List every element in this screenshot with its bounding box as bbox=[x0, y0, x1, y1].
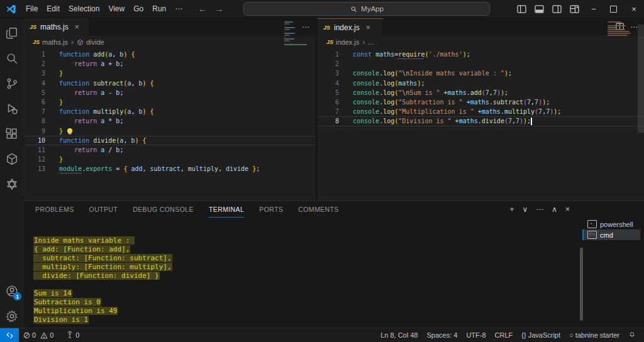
tab-index-js[interactable]: JS index.js × bbox=[318, 18, 384, 36]
toggle-panel-icon[interactable] bbox=[531, 0, 548, 18]
vscode-window: FileEditSelectionViewGoRun ⋯ ← → MyApp bbox=[0, 0, 644, 342]
restore-button[interactable] bbox=[604, 0, 624, 18]
command-center-search[interactable]: MyApp bbox=[243, 2, 490, 16]
editor-area: JS maths.js × ⋯ JSmaths.js›divide 1funct… bbox=[24, 18, 644, 201]
customize-layout-icon[interactable] bbox=[566, 0, 584, 18]
activity-package-icon[interactable] bbox=[0, 148, 24, 170]
menu-overflow-button[interactable]: ⋯ bbox=[170, 4, 187, 13]
minimap[interactable] bbox=[608, 21, 635, 36]
maximize-panel-icon[interactable]: ∧ bbox=[552, 205, 557, 214]
menu-selection[interactable]: Selection bbox=[64, 4, 104, 13]
close-panel-icon[interactable]: × bbox=[565, 205, 570, 214]
vscode-logo-icon bbox=[0, 4, 21, 14]
warnings-icon bbox=[40, 332, 48, 339]
history-forward-icon[interactable]: → bbox=[214, 4, 223, 14]
code-line-7: 7console.log("Multiplication is " +maths… bbox=[318, 107, 644, 116]
close-tab-icon[interactable]: × bbox=[75, 23, 79, 31]
minimize-button[interactable]: − bbox=[584, 0, 604, 18]
error-count: 0 bbox=[32, 331, 36, 339]
notifications-bell-icon[interactable] bbox=[624, 331, 640, 339]
status-right: Ln 8, Col 48Spaces: 4UTF-8CRLF{}JavaScri… bbox=[376, 331, 644, 339]
activity-run-debug-icon[interactable] bbox=[0, 97, 24, 120]
history-back-icon[interactable]: ← bbox=[198, 4, 207, 14]
remote-indicator[interactable] bbox=[0, 328, 19, 342]
menu-go[interactable]: Go bbox=[129, 4, 148, 13]
terminal-session-list: >_powershellC:\cmd bbox=[582, 219, 640, 240]
minimap[interactable] bbox=[284, 21, 312, 45]
terminal-session-cmd[interactable]: C:\cmd bbox=[582, 229, 640, 240]
status-bar: 0 0 0 Ln 8, Col 48Spaces: 4UTF-8CRLF{}Ja… bbox=[0, 328, 644, 342]
line-number: 1 bbox=[24, 50, 45, 59]
breadcrumb-item[interactable]: index.js bbox=[336, 38, 359, 46]
tab-label: index.js bbox=[334, 23, 360, 32]
line-number: 1 bbox=[318, 50, 339, 59]
breadcrumb-item[interactable]: ... bbox=[368, 38, 374, 46]
line-number: 8 bbox=[318, 116, 339, 126]
editor-group-maths: JS maths.js × ⋯ JSmaths.js›divide 1funct… bbox=[24, 18, 316, 201]
activity-account-icon[interactable]: 1 bbox=[0, 280, 24, 302]
problems-status[interactable]: 0 0 bbox=[19, 328, 58, 342]
status-javascript[interactable]: {}JavaScript bbox=[517, 331, 565, 339]
toggle-sidebar-icon[interactable] bbox=[513, 0, 531, 18]
text-cursor bbox=[531, 118, 532, 125]
activity-bar: 1 bbox=[0, 18, 24, 328]
js-file-icon: JS bbox=[326, 39, 333, 45]
new-terminal-icon[interactable]: + bbox=[509, 205, 514, 214]
line-number: 4 bbox=[24, 79, 45, 88]
menu-bar: FileEditSelectionViewGoRun bbox=[21, 4, 170, 13]
breadcrumb-item[interactable]: maths.js bbox=[42, 38, 68, 46]
line-number: 7 bbox=[24, 107, 45, 116]
line-number: 8 bbox=[24, 116, 45, 126]
panel-tab-comments[interactable]: COMMENTS bbox=[298, 201, 338, 218]
menu-edit[interactable]: Edit bbox=[42, 4, 64, 13]
line-number: 6 bbox=[24, 97, 45, 107]
activity-explorer-icon[interactable] bbox=[0, 22, 24, 45]
panel-more-icon[interactable]: ⋯ bbox=[536, 205, 543, 214]
menu-run[interactable]: Run bbox=[148, 4, 170, 13]
breadcrumb-item[interactable]: divide bbox=[86, 38, 104, 46]
tab-maths-js[interactable]: JS maths.js × bbox=[24, 18, 90, 36]
account-badge: 1 bbox=[13, 292, 21, 301]
terminal-scrollbar[interactable] bbox=[580, 248, 583, 321]
menu-file[interactable]: File bbox=[21, 4, 42, 13]
lightbulb-icon[interactable] bbox=[67, 128, 72, 133]
close-tab-icon[interactable]: × bbox=[366, 23, 370, 32]
status-ln-8-col-48[interactable]: Ln 8, Col 48 bbox=[376, 331, 422, 339]
status-utf-8[interactable]: UTF-8 bbox=[462, 331, 490, 339]
js-file-icon: JS bbox=[323, 25, 330, 31]
session-label: powershell bbox=[600, 221, 633, 228]
code-line-6: 6console.log("Subtraction is " +maths.su… bbox=[318, 97, 644, 107]
activity-search-icon[interactable] bbox=[0, 47, 24, 70]
line-number: 2 bbox=[318, 59, 339, 69]
terminal-session-powershell[interactable]: >_powershell bbox=[582, 219, 640, 229]
code-editor-index[interactable]: 1const maths=require('./maths');23consol… bbox=[318, 48, 644, 201]
code-line-8: 8console.log("Division is " +maths.divid… bbox=[318, 116, 644, 126]
code-line-9: 9} bbox=[24, 126, 316, 136]
toggle-secondary-sidebar-icon[interactable] bbox=[548, 0, 566, 18]
menu-view[interactable]: View bbox=[104, 4, 129, 13]
bottom-panel: PROBLEMSOUTPUTDEBUG CONSOLETERMINALPORTS… bbox=[24, 201, 644, 328]
activity-settings-icon[interactable] bbox=[0, 305, 24, 328]
panel-tab-debug-console[interactable]: DEBUG CONSOLE bbox=[133, 201, 194, 218]
terminal-output[interactable]: Inside maths variable : { add: [Function… bbox=[24, 218, 581, 328]
code-line-13: 13module.exports = { add, subtract, mult… bbox=[24, 164, 316, 174]
line-number: 5 bbox=[24, 88, 45, 97]
panel-tab-ports[interactable]: PORTS bbox=[259, 201, 283, 218]
activity-openai-icon[interactable] bbox=[0, 173, 24, 196]
panel-tab-terminal[interactable]: TERMINAL bbox=[209, 201, 244, 218]
activity-extensions-icon[interactable] bbox=[0, 123, 24, 145]
ports-status[interactable]: 0 bbox=[62, 328, 84, 342]
close-window-button[interactable]: × bbox=[624, 0, 644, 18]
panel-tab-problems[interactable]: PROBLEMS bbox=[35, 201, 74, 218]
code-editor-maths[interactable]: 1function add(a, b) {2return a + b;3}4fu… bbox=[24, 48, 316, 201]
search-icon bbox=[350, 6, 357, 13]
status-crlf[interactable]: CRLF bbox=[491, 331, 518, 339]
status-spaces-4[interactable]: Spaces: 4 bbox=[422, 331, 462, 339]
breadcrumb[interactable]: JSmaths.js›divide bbox=[24, 36, 316, 48]
editor-scrollbar[interactable] bbox=[638, 25, 644, 133]
activity-source-control-icon[interactable] bbox=[0, 72, 24, 95]
terminal-dropdown-icon[interactable]: ∨ bbox=[522, 205, 528, 214]
panel-tab-output[interactable]: OUTPUT bbox=[89, 201, 118, 218]
status-tabnine-starter[interactable]: ○tabnine starter bbox=[565, 331, 624, 339]
breadcrumb[interactable]: JSindex.js›... bbox=[318, 36, 644, 48]
